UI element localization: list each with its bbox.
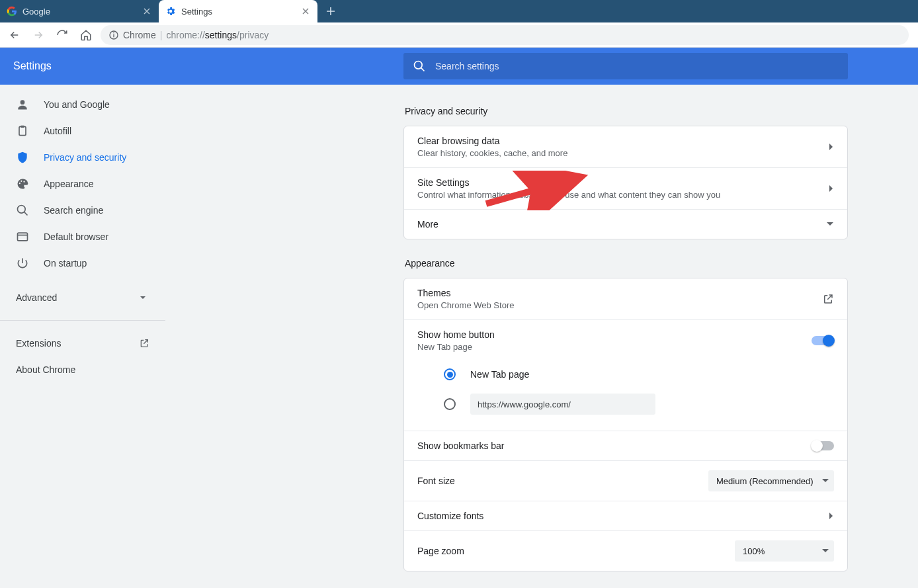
chevron-down-icon bbox=[139, 294, 147, 302]
external-link-icon bbox=[822, 293, 834, 305]
close-icon[interactable] bbox=[142, 6, 152, 17]
svg-point-3 bbox=[415, 62, 423, 69]
row-title: Page zoom bbox=[417, 546, 727, 556]
tab-strip: Google Settings bbox=[0, 0, 918, 22]
sidebar-item-privacy[interactable]: Privacy and security bbox=[0, 144, 165, 171]
sidebar-item-appearance[interactable]: Appearance bbox=[0, 171, 165, 197]
sidebar-item-autofill[interactable]: Autofill bbox=[0, 118, 165, 144]
sidebar-item-search-engine[interactable]: Search engine bbox=[0, 197, 165, 224]
svg-rect-11 bbox=[18, 233, 28, 241]
row-page-zoom: Page zoom 100% bbox=[404, 530, 847, 571]
radio-new-tab-page[interactable]: New Tab page bbox=[404, 362, 847, 387]
chevron-down-icon bbox=[826, 222, 834, 227]
chevron-down-icon bbox=[822, 549, 829, 553]
row-title: Site Settings bbox=[417, 177, 821, 188]
site-info-icon[interactable] bbox=[108, 30, 119, 40]
radio-custom-url[interactable]: https://www.google.com/ bbox=[404, 387, 847, 421]
chevron-down-icon bbox=[822, 479, 829, 483]
search-icon bbox=[413, 60, 426, 73]
browser-toolbar: Chrome | chrome://settings/privacy bbox=[0, 22, 918, 48]
omnibox-divider: | bbox=[160, 30, 163, 40]
svg-point-7 bbox=[19, 183, 21, 184]
row-font-size: Font size Medium (Recommended) bbox=[404, 460, 847, 501]
svg-rect-6 bbox=[21, 126, 24, 128]
row-title: Clear browsing data bbox=[417, 136, 821, 146]
row-more[interactable]: More bbox=[404, 209, 847, 239]
sidebar-item-label: On startup bbox=[44, 258, 87, 269]
close-icon[interactable] bbox=[300, 6, 311, 17]
power-icon bbox=[16, 257, 29, 270]
sidebar-item-you-and-google[interactable]: You and Google bbox=[0, 91, 165, 118]
sidebar-separator bbox=[0, 320, 165, 321]
radio-icon bbox=[444, 398, 456, 410]
settings-search[interactable] bbox=[403, 53, 848, 79]
row-title: Customize fonts bbox=[417, 511, 821, 521]
sidebar-item-label: Autofill bbox=[44, 126, 71, 136]
row-sub: Open Chrome Web Store bbox=[417, 300, 814, 310]
forward-button[interactable] bbox=[29, 26, 48, 44]
toggle-show-home-button[interactable] bbox=[812, 336, 834, 345]
row-show-bookmarks-bar: Show bookmarks bar bbox=[404, 431, 847, 460]
palette-icon bbox=[16, 177, 29, 190]
privacy-card: Clear browsing data Clear history, cooki… bbox=[403, 126, 848, 239]
row-customize-fonts[interactable]: Customize fonts bbox=[404, 501, 847, 530]
row-sub: Control what information websites can us… bbox=[417, 190, 821, 200]
external-link-icon bbox=[139, 338, 149, 349]
sidebar-item-extensions[interactable]: Extensions bbox=[0, 330, 165, 357]
omnibox[interactable]: Chrome | chrome://settings/privacy bbox=[101, 25, 909, 45]
dropdown-page-zoom[interactable]: 100% bbox=[735, 540, 834, 562]
sidebar-item-advanced[interactable]: Advanced bbox=[0, 284, 165, 311]
svg-rect-5 bbox=[19, 126, 26, 135]
tab-title: Settings bbox=[181, 7, 300, 17]
omnibox-url: chrome://settings/privacy bbox=[166, 30, 269, 40]
shield-icon bbox=[16, 151, 29, 164]
row-show-home-button: Show home button New Tab page bbox=[404, 319, 847, 361]
sidebar-item-default-browser[interactable]: Default browser bbox=[0, 224, 165, 250]
tab-google[interactable]: Google bbox=[0, 0, 159, 22]
sidebar-item-on-startup[interactable]: On startup bbox=[0, 250, 165, 276]
google-icon bbox=[7, 6, 17, 17]
row-title: Themes bbox=[417, 288, 814, 298]
row-title: Font size bbox=[417, 476, 700, 486]
omnibox-chip: Chrome bbox=[123, 30, 156, 40]
dropdown-font-size[interactable]: Medium (Recommended) bbox=[708, 470, 834, 491]
row-clear-browsing-data[interactable]: Clear browsing data Clear history, cooki… bbox=[404, 126, 847, 167]
home-button[interactable] bbox=[77, 26, 95, 44]
home-url-input[interactable]: https://www.google.com/ bbox=[470, 394, 655, 415]
row-title: Show bookmarks bar bbox=[417, 441, 804, 451]
new-tab-button[interactable] bbox=[321, 2, 340, 21]
toggle-show-bookmarks-bar[interactable] bbox=[812, 441, 834, 450]
row-sub: Clear history, cookies, cache, and more bbox=[417, 148, 821, 158]
search-input[interactable] bbox=[435, 61, 839, 71]
search-icon bbox=[16, 204, 29, 217]
reload-button[interactable] bbox=[53, 26, 71, 44]
dropdown-value: 100% bbox=[743, 546, 765, 556]
sidebar-item-label: You and Google bbox=[44, 99, 110, 110]
settings-title: Settings bbox=[13, 60, 403, 72]
settings-header: Settings bbox=[0, 48, 918, 85]
sidebar-item-label: Extensions bbox=[16, 338, 61, 349]
sidebar-item-label: Default browser bbox=[44, 231, 108, 242]
row-themes[interactable]: Themes Open Chrome Web Store bbox=[404, 278, 847, 319]
section-title-appearance: Appearance bbox=[405, 258, 848, 269]
sidebar-item-label: Advanced bbox=[16, 292, 57, 303]
tab-settings[interactable]: Settings bbox=[159, 0, 317, 22]
appearance-card: Themes Open Chrome Web Store Show home b… bbox=[403, 278, 848, 571]
settings-content: Privacy and security Clear browsing data… bbox=[165, 85, 918, 588]
chevron-right-icon bbox=[829, 185, 834, 192]
sidebar-item-label: Appearance bbox=[44, 179, 94, 189]
svg-point-4 bbox=[21, 100, 25, 105]
svg-rect-2 bbox=[113, 32, 114, 33]
row-site-settings[interactable]: Site Settings Control what information w… bbox=[404, 167, 847, 209]
row-sub: New Tab page bbox=[417, 342, 804, 352]
svg-rect-1 bbox=[113, 34, 114, 37]
back-button[interactable] bbox=[5, 26, 24, 44]
person-icon bbox=[16, 98, 29, 111]
row-title: Show home button bbox=[417, 329, 804, 340]
clipboard-icon bbox=[16, 124, 29, 138]
svg-point-8 bbox=[21, 181, 22, 182]
sidebar-item-about[interactable]: About Chrome bbox=[0, 357, 165, 383]
sidebar-item-label: Search engine bbox=[44, 205, 103, 216]
dropdown-value: Medium (Recommended) bbox=[716, 476, 814, 486]
sidebar-item-label: About Chrome bbox=[16, 364, 75, 375]
